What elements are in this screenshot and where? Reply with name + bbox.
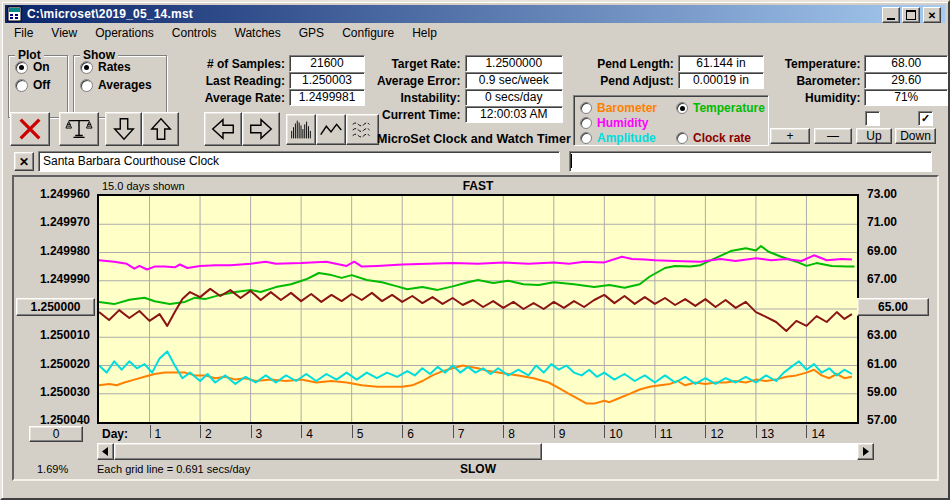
field-row: Average Error:0.9 sec/week — [362, 73, 563, 88]
field-label: Target Rate: — [362, 57, 461, 71]
field-label: Average Error: — [362, 74, 461, 88]
show-groupbox: Show RatesAverages — [73, 55, 167, 118]
app-title-label: MicroSet Clock and Watch Timer — [377, 132, 577, 146]
shift-left-button[interactable] — [204, 112, 242, 146]
checkbox-2[interactable]: ✓ — [918, 111, 933, 126]
axis-value-button[interactable]: 1.250000 — [16, 298, 95, 316]
line-view-button[interactable] — [316, 114, 346, 145]
day-tick — [352, 425, 353, 438]
minus-button[interactable]: — — [814, 128, 852, 144]
scroll-left-button[interactable] — [97, 443, 114, 460]
scroll-right-button[interactable] — [857, 443, 874, 460]
field-value-box: 1.2499981 — [289, 89, 365, 106]
close-button[interactable]: ✕ — [923, 7, 941, 23]
series-temperature — [99, 246, 855, 304]
balance-button[interactable] — [59, 112, 99, 146]
menu-gps[interactable]: GPS — [290, 24, 333, 42]
waves-icon — [349, 116, 377, 144]
day-tick — [554, 425, 555, 438]
day-tick — [301, 425, 302, 438]
horizontal-scrollbar[interactable] — [97, 443, 874, 460]
day-tick — [806, 425, 807, 438]
radio-circle-icon — [80, 61, 93, 74]
menu-configure[interactable]: Configure — [333, 24, 403, 42]
radio-rates[interactable]: Rates — [80, 60, 166, 74]
field-row: Pend Length:61.144 in — [577, 56, 764, 71]
menu-file[interactable]: File — [5, 24, 42, 42]
trace-label: Amplitude — [597, 131, 656, 145]
down-button[interactable]: Down — [895, 128, 936, 144]
notes-input[interactable] — [569, 151, 932, 172]
day-tick — [705, 425, 706, 438]
menu-help[interactable]: Help — [403, 24, 446, 42]
axis-tick-label: 1.249960 — [14, 187, 90, 201]
clear-name-button[interactable]: ✕ — [14, 152, 34, 171]
plot-area[interactable] — [97, 194, 859, 424]
day-tick — [402, 425, 403, 438]
up-button[interactable]: Up — [856, 128, 892, 144]
menu-view[interactable]: View — [42, 24, 86, 42]
x-icon: ✕ — [19, 155, 29, 169]
radio-on[interactable]: On — [15, 60, 67, 74]
field-row: Instability:0 secs/day — [362, 90, 563, 105]
field-value-box: 68.00 — [864, 55, 948, 72]
axis-tick-label: 1.249980 — [14, 244, 90, 258]
day-tick — [503, 425, 504, 438]
menu-watches[interactable]: Watches — [226, 24, 290, 42]
trace-label: Humidity — [597, 116, 648, 130]
check-icon: ✓ — [921, 112, 930, 124]
histogram-view-button[interactable] — [286, 114, 316, 145]
menu-operations[interactable]: Operations — [86, 24, 163, 42]
shift-right-button[interactable] — [242, 112, 280, 146]
red-x-icon — [16, 115, 44, 143]
right-triangle-icon — [862, 447, 869, 456]
scrollbar-thumb[interactable] — [114, 443, 542, 460]
shift-down-button[interactable] — [105, 112, 142, 146]
app-icon — [7, 6, 23, 22]
environment-stats: Temperature:68.00Barometer:29.60Humidity… — [764, 56, 948, 107]
axis-tick-label: 1.249990 — [14, 272, 90, 286]
day-tick — [756, 425, 757, 438]
minimize-button[interactable] — [882, 7, 900, 23]
field-value-box: 0.9 sec/week — [465, 72, 564, 89]
trace-option-barometer[interactable]: Barometer — [580, 101, 657, 115]
day-axis-label: Day: — [102, 427, 128, 441]
radio-circle-icon — [580, 102, 592, 114]
title-bar[interactable]: C:\microset\2019_05_14.mst ✕ — [5, 5, 945, 23]
series-humidity — [99, 255, 852, 269]
day-tick — [200, 425, 201, 438]
radio-circle-icon — [580, 132, 592, 144]
shift-up-button[interactable] — [142, 112, 179, 146]
zero-button[interactable]: 0 — [29, 426, 83, 442]
chart-canvas — [99, 196, 857, 422]
field-row: Current Time:12:00:03 AM — [362, 107, 563, 122]
day-tick-label: 14 — [811, 427, 824, 441]
axis-value-button[interactable]: 65.00 — [857, 298, 929, 316]
trace-option-humidity[interactable]: Humidity — [580, 116, 648, 130]
clear-button[interactable] — [10, 112, 50, 146]
trace-selector: BarometerHumidityAmplitudeTemperatureClo… — [573, 95, 769, 146]
arrow-right-icon — [247, 115, 275, 143]
arrow-left-icon — [209, 115, 237, 143]
day-tick — [604, 425, 605, 438]
radio-circle-icon — [676, 132, 688, 144]
trace-option-amplitude[interactable]: Amplitude — [580, 131, 656, 145]
radio-averages[interactable]: Averages — [80, 78, 166, 92]
plus-button[interactable]: + — [770, 128, 810, 144]
field-label: Pend Length: — [577, 57, 674, 71]
field-row: Pend Adjust:0.00019 in — [577, 73, 764, 88]
menu-controls[interactable]: Controls — [163, 24, 226, 42]
maximize-button[interactable] — [902, 7, 920, 23]
chart-panel: 15.0 days shown FAST 1.2499601.2499701.2… — [12, 175, 939, 481]
axis-tick-label: 1.249970 — [14, 215, 90, 229]
trace-option-temperature[interactable]: Temperature — [676, 101, 765, 115]
maximize-icon — [906, 10, 916, 20]
radio-off[interactable]: Off — [15, 78, 67, 92]
axis-tick-label: 61.00 — [865, 357, 939, 371]
checkbox-1[interactable] — [865, 111, 880, 126]
field-label: # of Samples: — [182, 57, 285, 71]
trace-option-clock-rate[interactable]: Clock rate — [676, 131, 751, 145]
day-tick — [251, 425, 252, 438]
clock-name-input[interactable]: Santa Barbara Courthouse Clock — [38, 151, 560, 172]
averages-view-button[interactable] — [346, 114, 379, 145]
